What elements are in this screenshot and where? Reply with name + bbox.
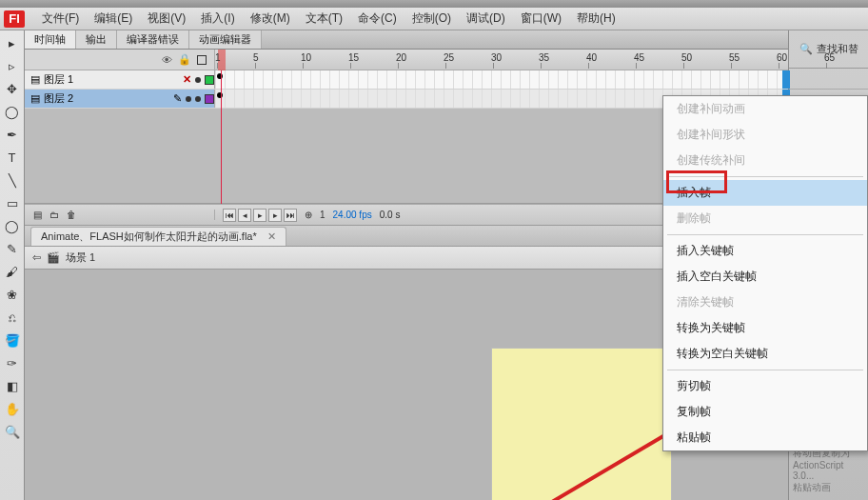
menu-debug[interactable]: 调试(D) bbox=[459, 10, 513, 27]
context-item[interactable]: 转换为关键帧 bbox=[663, 315, 867, 341]
ruler-tick: 1 bbox=[215, 52, 221, 63]
timeline-ruler[interactable]: 1510152025303540455055606570758085 bbox=[215, 50, 788, 70]
keyframe-icon[interactable] bbox=[217, 92, 223, 98]
layer-icon: ▤ bbox=[30, 73, 40, 86]
context-item[interactable]: 复制帧 bbox=[663, 399, 867, 425]
prev-frame-button[interactable]: ◂ bbox=[238, 209, 251, 222]
tool-ink[interactable]: ✑ bbox=[4, 354, 21, 371]
context-item: 删除帧 bbox=[663, 206, 867, 231]
first-frame-button[interactable]: ⏮ bbox=[223, 209, 236, 222]
elapsed-time: 0.0 s bbox=[380, 210, 401, 220]
context-item[interactable]: 插入关键帧 bbox=[663, 238, 867, 264]
ruler-tick: 25 bbox=[444, 52, 454, 63]
menu-command[interactable]: 命令(C) bbox=[350, 10, 404, 27]
tool-zoom[interactable]: 🔍 bbox=[4, 423, 21, 440]
play-button[interactable]: ▸ bbox=[253, 209, 266, 222]
layer-color-swatch[interactable] bbox=[205, 94, 214, 104]
menu-help[interactable]: 帮助(H) bbox=[569, 10, 623, 27]
new-layer-button[interactable]: ▤ bbox=[30, 210, 44, 220]
ruler-tick: 45 bbox=[634, 52, 644, 63]
frame-60-marker[interactable] bbox=[782, 70, 790, 89]
context-menu: 创建补间动画创建补间形状创建传统补间插入帧删除帧插入关键帧插入空白关键帧清除关键… bbox=[662, 95, 868, 451]
last-frame-button[interactable]: ⏭ bbox=[284, 209, 297, 222]
ruler-tick: 5 bbox=[253, 52, 259, 63]
tool-line[interactable]: ╲ bbox=[4, 171, 21, 189]
menu-edit[interactable]: 编辑(E) bbox=[87, 10, 140, 27]
context-item: 创建补间动画 bbox=[663, 96, 867, 122]
menu-file[interactable]: 文件(F) bbox=[34, 10, 87, 27]
app-logo: Fl bbox=[4, 10, 25, 28]
context-item[interactable]: 转换为空白关键帧 bbox=[663, 341, 867, 367]
delete-layer-button[interactable]: 🗑 bbox=[65, 210, 78, 220]
tab-timeline[interactable]: 时间轴 bbox=[25, 30, 76, 49]
tool-rect[interactable]: ▭ bbox=[4, 194, 21, 211]
pencil-icon: ✎ bbox=[173, 92, 182, 105]
scene-name[interactable]: 场景 1 bbox=[66, 250, 95, 265]
layer-lock-dot[interactable] bbox=[195, 96, 201, 102]
layer-name: 图层 1 bbox=[44, 72, 73, 87]
context-item[interactable]: 插入帧 bbox=[663, 180, 867, 206]
layer-color-swatch[interactable] bbox=[205, 75, 214, 85]
context-item: 创建补间形状 bbox=[663, 122, 867, 148]
document-title: Animate、FLASH如何制作太阳升起的动画.fla* bbox=[41, 230, 257, 242]
tool-free-transform[interactable]: ✥ bbox=[4, 80, 21, 97]
ruler-tick: 55 bbox=[729, 52, 740, 63]
context-item: 创建传统补间 bbox=[663, 148, 867, 173]
ruler-tick: 65 bbox=[824, 52, 835, 63]
tool-hand[interactable]: ✋ bbox=[4, 400, 21, 417]
menu-text[interactable]: 文本(T) bbox=[298, 10, 350, 27]
tool-bone[interactable]: ⎌ bbox=[4, 309, 21, 326]
layer-icon: ▤ bbox=[30, 92, 40, 105]
menu-bar: Fl 文件(F) 编辑(E) 视图(V) 插入(I) 修改(M) 文本(T) 命… bbox=[0, 8, 868, 30]
ruler-tick: 30 bbox=[491, 52, 502, 63]
tool-paint-bucket[interactable]: 🪣 bbox=[4, 331, 21, 349]
menu-view[interactable]: 视图(V) bbox=[140, 10, 193, 27]
search-icon: 🔍 bbox=[799, 43, 813, 55]
tool-selection[interactable]: ▸ bbox=[4, 34, 21, 51]
tool-eraser[interactable]: ◧ bbox=[4, 377, 21, 394]
back-icon[interactable]: ⇦ bbox=[32, 251, 41, 264]
close-tab-button[interactable]: ✕ bbox=[267, 230, 276, 242]
shape-rect[interactable] bbox=[491, 348, 672, 500]
ruler-tick: 10 bbox=[301, 52, 311, 63]
layer-visible-off-icon[interactable]: ✕ bbox=[183, 73, 191, 86]
tool-deco[interactable]: ❀ bbox=[4, 286, 21, 303]
tool-lasso[interactable]: ◯ bbox=[4, 103, 21, 120]
context-item[interactable]: 粘贴帧 bbox=[663, 425, 867, 450]
tool-pencil[interactable]: ✎ bbox=[4, 240, 21, 257]
document-tab[interactable]: Animate、FLASH如何制作太阳升起的动画.fla* ✕ bbox=[30, 227, 286, 246]
new-folder-button[interactable]: 🗀 bbox=[48, 210, 61, 220]
lock-icon[interactable]: 🔒 bbox=[178, 53, 191, 66]
copy-as-as3-label: 将动画复制为 ActionScript 3.0... bbox=[793, 447, 864, 481]
ruler-tick: 60 bbox=[777, 52, 787, 63]
tab-output[interactable]: 输出 bbox=[76, 30, 117, 49]
current-frame: 1 bbox=[320, 210, 326, 220]
context-item[interactable]: 插入空白关键帧 bbox=[663, 264, 867, 290]
context-item: 清除关键帧 bbox=[663, 290, 867, 315]
tool-oval[interactable]: ◯ bbox=[4, 217, 21, 234]
tool-pen[interactable]: ✒ bbox=[4, 126, 21, 143]
find-label: 查找和替 bbox=[817, 42, 858, 56]
layer-visible-dot[interactable] bbox=[186, 96, 191, 102]
tool-brush[interactable]: 🖌 bbox=[4, 263, 21, 280]
fps-display: 24.00 fps bbox=[333, 210, 372, 220]
find-replace-button[interactable]: 🔍 查找和替 bbox=[789, 30, 868, 69]
menu-modify[interactable]: 修改(M) bbox=[243, 10, 298, 27]
tab-compiler-errors[interactable]: 编译器错误 bbox=[117, 30, 189, 49]
visibility-icon[interactable]: 👁 bbox=[162, 54, 172, 66]
tool-subselect[interactable]: ▹ bbox=[4, 57, 21, 74]
next-frame-button[interactable]: ▸ bbox=[268, 209, 282, 222]
tool-text[interactable]: T bbox=[4, 149, 21, 166]
menu-control[interactable]: 控制(O) bbox=[404, 10, 459, 27]
menu-insert[interactable]: 插入(I) bbox=[193, 10, 242, 27]
outline-icon[interactable] bbox=[197, 55, 207, 65]
layer-row[interactable]: ▤ 图层 1 ✕ bbox=[25, 70, 788, 90]
menu-window[interactable]: 窗口(W) bbox=[513, 10, 569, 27]
layer-lock-dot[interactable] bbox=[195, 77, 201, 83]
onion-skin-button[interactable]: ⊕ bbox=[305, 210, 312, 220]
ruler-tick: 50 bbox=[681, 52, 692, 63]
tab-motion-editor[interactable]: 动画编辑器 bbox=[189, 30, 262, 49]
ruler-tick: 15 bbox=[348, 52, 359, 63]
context-item[interactable]: 剪切帧 bbox=[663, 373, 867, 399]
keyframe-icon[interactable] bbox=[217, 73, 223, 79]
